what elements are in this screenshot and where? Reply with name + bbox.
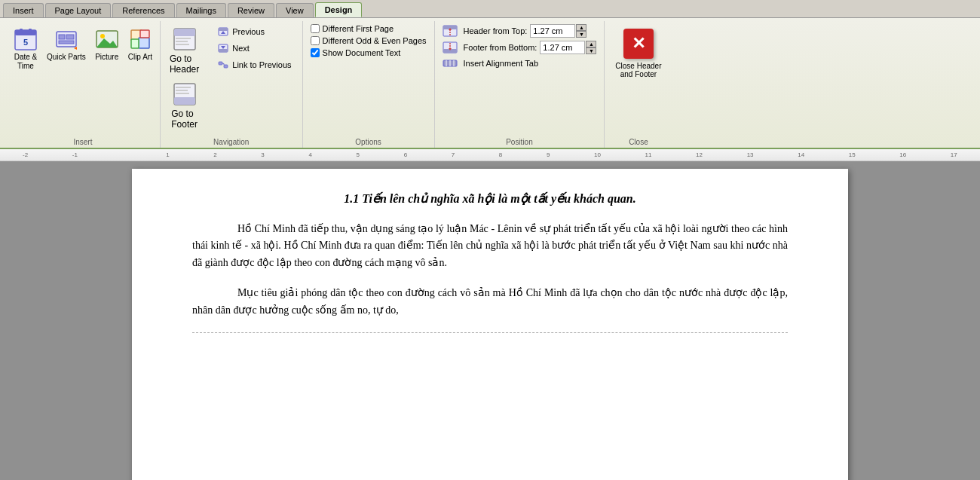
svg-rect-31 (219, 49, 228, 52)
svg-rect-1 (15, 30, 36, 35)
diff-odd-even-option: Different Odd & Even Pages (311, 36, 427, 45)
svg-rect-33 (219, 62, 222, 65)
close-icon: ✕ (623, 29, 654, 59)
header-position-icon (443, 25, 458, 37)
quick-parts-icon (54, 27, 78, 51)
go-to-footer-button[interactable]: Go toFooter (164, 79, 205, 133)
options-group-label: Options (306, 136, 431, 148)
tab-bar: Insert Page Layout References Mailings R… (0, 0, 980, 18)
link-to-previous-button[interactable]: Link to Previous (214, 57, 294, 72)
svg-rect-23 (174, 97, 195, 105)
svg-rect-15 (131, 39, 139, 48)
footer-from-bottom-field[interactable] (540, 41, 585, 54)
picture-icon (95, 27, 119, 51)
ribbon-group-close: ✕ Close Headerand Footer Close (605, 21, 672, 148)
tab-references[interactable]: References (112, 3, 174, 17)
svg-rect-24 (176, 87, 191, 88)
close-group-label: Close (608, 136, 669, 148)
picture-label: Picture (95, 53, 118, 62)
header-from-top-field[interactable] (530, 24, 575, 38)
tab-insert[interactable]: Insert (3, 3, 44, 17)
date-time-button[interactable]: 5 Date &Time (9, 24, 42, 74)
insert-group-label: Insert (9, 136, 157, 148)
footer-spin-down[interactable]: ▼ (586, 47, 596, 54)
alignment-tab-row: Insert Alignment Tab (443, 57, 597, 69)
ribbon-group-navigation: Go toHeader Go toFooter (161, 21, 303, 148)
close-header-footer-button[interactable]: ✕ Close Headerand Footer (608, 24, 669, 83)
header-from-top-input: ▲ ▼ (530, 24, 586, 38)
go-to-footer-label: Go toFooter (171, 109, 198, 130)
svg-rect-26 (176, 93, 189, 94)
tab-mailings[interactable]: Mailings (176, 3, 226, 17)
footer-from-bottom-label: Footer from Bottom: (464, 43, 537, 52)
svg-rect-7 (66, 35, 74, 39)
ruler: -2-11234567891011121314151617 (0, 149, 980, 161)
tab-review[interactable]: Review (228, 3, 274, 17)
svg-rect-8 (59, 41, 74, 44)
position-group-label: Position (438, 136, 602, 148)
svg-rect-21 (176, 44, 189, 45)
diff-odd-even-checkbox[interactable] (311, 36, 320, 45)
footer-spin-up[interactable]: ▲ (586, 41, 596, 47)
clip-art-button[interactable]: Clip Art (124, 24, 157, 65)
nav-group: Previous Next (210, 24, 299, 72)
previous-button[interactable]: Previous (214, 24, 294, 39)
svg-rect-16 (140, 30, 149, 38)
show-doc-text-label: Show Document Text (323, 48, 401, 57)
clip-art-label: Clip Art (128, 53, 152, 62)
svg-point-11 (100, 34, 105, 38)
header-spin-up[interactable]: ▲ (576, 24, 586, 31)
svg-rect-6 (59, 35, 65, 39)
svg-rect-3 (29, 29, 32, 33)
diff-first-checkbox[interactable] (311, 24, 320, 33)
footer-area: Footer -Section 2- (192, 332, 788, 337)
go-to-header-icon (173, 27, 197, 54)
diff-first-label: Different First Page (323, 24, 394, 33)
next-label: Next (232, 44, 250, 53)
paragraph-1: Hồ Chí Minh đã tiếp thu, vận dụng sáng t… (192, 221, 788, 271)
go-to-header-label: Go toHeader (170, 54, 199, 75)
show-doc-text-checkbox[interactable] (311, 48, 320, 57)
previous-icon (217, 26, 229, 38)
svg-rect-34 (224, 65, 228, 68)
app-window: Insert Page Layout References Mailings R… (0, 0, 980, 480)
go-to-header-button[interactable]: Go toHeader (164, 24, 205, 78)
link-to-previous-label: Link to Previous (232, 60, 291, 69)
tab-design[interactable]: Design (315, 2, 363, 17)
ribbon-group-insert: 5 Date &Time (6, 21, 161, 148)
document-title: 1.1 Tiến lên chủ nghĩa xã hội là một tất… (192, 191, 788, 206)
footer-spinners: ▲ ▼ (586, 41, 596, 54)
ribbon-group-position: Header from Top: ▲ ▼ (435, 21, 605, 148)
document-area: 1.1 Tiến lên chủ nghĩa xã hội là một tất… (0, 161, 980, 480)
tab-page-layout[interactable]: Page Layout (45, 3, 112, 17)
previous-label: Previous (232, 27, 265, 36)
navigation-group-label: Navigation (164, 136, 299, 148)
link-to-previous-icon (217, 59, 229, 71)
header-from-top-label: Header from Top: (464, 26, 528, 35)
close-group-content: ✕ Close Headerand Footer (608, 21, 669, 136)
diff-odd-even-label: Different Odd & Even Pages (323, 36, 427, 45)
svg-rect-19 (176, 38, 191, 39)
header-from-top-row: Header from Top: ▲ ▼ (443, 24, 597, 38)
footer-from-bottom-row: Footer from Bottom: ▲ ▼ (443, 41, 597, 54)
show-doc-text-option: Show Document Text (311, 48, 427, 57)
quick-parts-button[interactable]: Quick Parts (42, 24, 90, 65)
next-button[interactable]: Next (214, 41, 294, 56)
ribbon: 5 Date &Time (0, 18, 980, 149)
options-group-content: Different First Page Different Odd & Eve… (306, 21, 431, 136)
ribbon-group-options: Different First Page Different Odd & Eve… (303, 21, 435, 148)
alignment-tab-label: Insert Alignment Tab (464, 59, 538, 68)
clip-art-icon (128, 27, 152, 51)
svg-rect-2 (20, 29, 23, 33)
svg-rect-14 (139, 38, 149, 48)
quick-parts-label: Quick Parts (47, 53, 86, 62)
go-to-footer-icon (173, 82, 197, 109)
svg-rect-18 (174, 29, 195, 36)
position-group-content: Header from Top: ▲ ▼ (438, 21, 602, 136)
header-spin-down[interactable]: ▼ (576, 31, 586, 38)
footer-from-bottom-input: ▲ ▼ (540, 41, 596, 54)
picture-button[interactable]: Picture (90, 24, 124, 65)
footer-position-icon (443, 41, 458, 54)
tab-view[interactable]: View (276, 3, 314, 17)
diff-first-option: Different First Page (311, 24, 427, 33)
